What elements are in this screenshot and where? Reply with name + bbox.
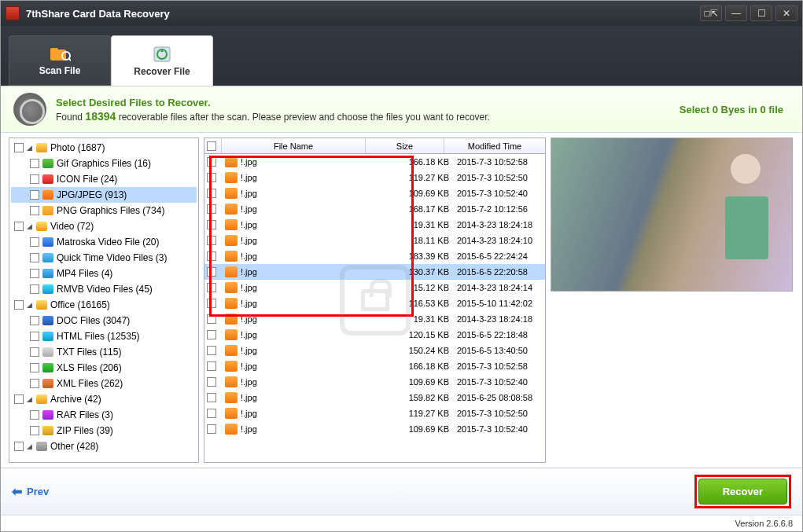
tree-item[interactable]: XML Files (262) [11, 376, 197, 391]
file-row[interactable]: !.jpg166.18 KB2015-7-3 10:52:58 [204, 154, 545, 170]
header-filename[interactable]: File Name [222, 138, 366, 153]
checkbox[interactable] [30, 159, 39, 168]
checkbox[interactable] [207, 189, 216, 198]
tree-item[interactable]: Gif Graphics Files (16) [11, 156, 197, 171]
detach-button[interactable]: □⇱ [700, 6, 722, 21]
checkbox[interactable] [30, 379, 39, 388]
file-row[interactable]: !.jpg166.18 KB2015-7-3 10:52:58 [204, 358, 545, 374]
file-row[interactable]: !.jpg15.12 KB2014-3-23 18:24:14 [204, 280, 545, 295]
tree-group[interactable]: ◢Other (428) [11, 438, 197, 454]
checkbox[interactable] [30, 190, 39, 200]
checkbox[interactable] [14, 394, 24, 404]
checkbox[interactable] [14, 300, 24, 310]
checkbox[interactable] [207, 204, 216, 214]
tree-item[interactable]: JPG/JPEG (913) [11, 187, 197, 203]
tab-recover-file[interactable]: Recover File [111, 35, 213, 86]
checkbox[interactable] [207, 361, 216, 371]
file-row[interactable]: !.jpg183.39 KB2015-6-5 22:24:24 [204, 248, 545, 264]
file-row[interactable]: !.jpg109.69 KB2015-7-3 10:52:40 [204, 374, 545, 390]
header-size[interactable]: Size [366, 138, 444, 153]
checkbox[interactable] [14, 143, 24, 152]
file-row[interactable]: !.jpg168.17 KB2015-7-2 10:12:56 [204, 201, 545, 217]
tree-group[interactable]: ◢Office (16165) [11, 297, 197, 313]
tree-item[interactable]: XLS Files (206) [11, 360, 197, 376]
tree-item[interactable]: ICON File (24) [11, 171, 197, 187]
checkbox[interactable] [207, 393, 216, 402]
preview-pane [551, 138, 794, 463]
file-row[interactable]: !.jpg19.31 KB2014-3-23 18:24:18 [204, 217, 545, 233]
tree-item[interactable]: PNG Graphics Files (734) [11, 203, 197, 218]
expand-icon[interactable]: ◢ [27, 301, 35, 309]
header-checkbox-col[interactable] [204, 138, 222, 153]
file-row[interactable]: !.jpg116.53 KB2015-5-10 11:42:02 [204, 295, 545, 311]
checkbox[interactable] [30, 174, 39, 184]
tree-item[interactable]: HTML Files (12535) [11, 328, 197, 344]
minimize-button[interactable]: — [725, 6, 747, 21]
tab-scan-file[interactable]: Scan File [9, 35, 111, 86]
checkbox[interactable] [207, 267, 216, 277]
checkbox[interactable] [207, 220, 216, 229]
checkbox[interactable] [30, 269, 39, 278]
tree-item[interactable]: RMVB Video Files (45) [11, 281, 197, 297]
file-row[interactable]: !.jpg150.24 KB2015-6-5 13:40:50 [204, 343, 545, 358]
file-row[interactable]: !.jpg130.37 KB2015-6-5 22:20:58 [204, 264, 545, 280]
tree-item[interactable]: TXT Files (115) [11, 344, 197, 360]
file-name: !.jpg [241, 283, 257, 292]
checkbox[interactable] [30, 363, 39, 372]
file-row[interactable]: !.jpg18.11 KB2014-3-23 18:24:10 [204, 233, 545, 248]
tree-group[interactable]: ◢Video (72) [11, 218, 197, 234]
checkbox[interactable] [207, 236, 216, 245]
checkbox[interactable] [30, 426, 39, 435]
checkbox[interactable] [207, 299, 216, 308]
checkbox[interactable] [30, 237, 39, 247]
image-thumb-icon [225, 219, 238, 230]
checkbox[interactable] [207, 251, 216, 261]
tree-group[interactable]: ◢Photo (1687) [11, 140, 197, 156]
checkbox[interactable] [207, 377, 216, 387]
checkbox[interactable] [14, 222, 24, 231]
category-tree[interactable]: ◢Photo (1687)Gif Graphics Files (16)ICON… [9, 138, 199, 463]
recover-button[interactable]: Recover [698, 479, 787, 504]
expand-icon[interactable]: ◢ [27, 395, 35, 403]
tree-item[interactable]: Matroska Video File (20) [11, 234, 197, 250]
close-button[interactable]: ✕ [775, 6, 797, 21]
checkbox[interactable] [30, 316, 39, 325]
file-row[interactable]: !.jpg109.69 KB2015-7-3 10:52:40 [204, 185, 545, 201]
expand-icon[interactable]: ◢ [27, 222, 35, 230]
checkbox[interactable] [30, 347, 39, 357]
expand-icon[interactable]: ◢ [27, 144, 35, 152]
maximize-button[interactable]: ☐ [750, 6, 772, 21]
checkbox[interactable] [207, 409, 216, 418]
tree-item[interactable]: RAR Files (3) [11, 407, 197, 423]
file-row[interactable]: !.jpg109.69 KB2015-7-3 10:52:40 [204, 421, 545, 437]
tree-group[interactable]: ◢Archive (42) [11, 391, 197, 407]
svg-rect-1 [50, 48, 58, 53]
filetype-icon [42, 284, 53, 294]
header-modified[interactable]: Modified Time [444, 138, 545, 153]
checkbox[interactable] [207, 283, 216, 292]
checkbox[interactable] [207, 346, 216, 355]
tree-item[interactable]: DOC Files (3047) [11, 313, 197, 328]
file-row[interactable]: !.jpg119.27 KB2015-7-3 10:52:50 [204, 405, 545, 421]
checkbox[interactable] [30, 332, 39, 341]
file-list[interactable]: !.jpg166.18 KB2015-7-3 10:52:58!.jpg119.… [204, 154, 545, 462]
file-row[interactable]: !.jpg159.82 KB2015-6-25 08:08:58 [204, 390, 545, 405]
expand-icon[interactable]: ◢ [27, 442, 35, 450]
checkbox[interactable] [207, 424, 216, 434]
tree-item[interactable]: ZIP Files (39) [11, 423, 197, 438]
prev-button[interactable]: ⬅ Prev [12, 484, 49, 499]
checkbox[interactable] [30, 206, 39, 215]
checkbox[interactable] [30, 284, 39, 294]
checkbox[interactable] [14, 442, 24, 451]
file-row[interactable]: !.jpg119.27 KB2015-7-3 10:52:50 [204, 170, 545, 185]
checkbox[interactable] [30, 253, 39, 262]
checkbox[interactable] [207, 330, 216, 339]
tree-item[interactable]: MP4 Files (4) [11, 266, 197, 281]
file-row[interactable]: !.jpg19.31 KB2014-3-23 18:24:18 [204, 311, 545, 327]
tree-item[interactable]: Quick Time Video Files (3) [11, 250, 197, 266]
checkbox[interactable] [207, 173, 216, 182]
checkbox[interactable] [207, 157, 216, 167]
file-row[interactable]: !.jpg120.15 KB2015-6-5 22:18:48 [204, 327, 545, 343]
checkbox[interactable] [207, 314, 216, 324]
checkbox[interactable] [30, 410, 39, 420]
